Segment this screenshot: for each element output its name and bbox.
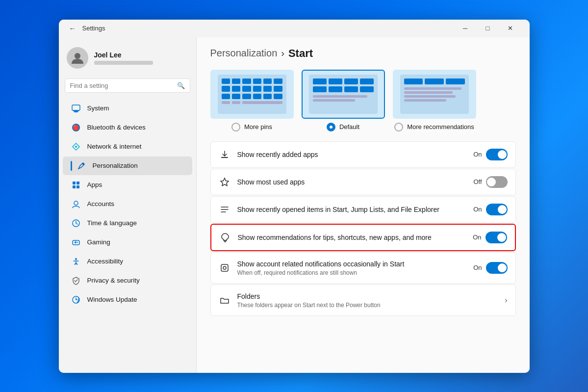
folders-icon: [219, 294, 230, 306]
layout-preview-more-recs: [393, 70, 476, 119]
svg-rect-3: [73, 110, 79, 111]
sidebar-item-network[interactable]: Network & internet: [63, 137, 192, 156]
minimize-button[interactable]: ─: [454, 21, 477, 36]
privacy-icon: [71, 275, 81, 286]
page-header: Personalization › Start: [210, 47, 516, 60]
sidebar-item-privacy[interactable]: Privacy & security: [63, 271, 192, 290]
sidebar-item-apps[interactable]: Apps: [63, 176, 192, 194]
sidebar-item-update[interactable]: Windows Update: [63, 290, 192, 309]
sidebar-item-label-network: Network & internet: [87, 143, 142, 150]
layout-radio-row-more-recs: More recommendations: [394, 123, 474, 131]
page-title: Start: [288, 47, 313, 60]
titlebar: ← Settings ─ □ ✕: [59, 20, 530, 37]
sidebar-item-label-accounts: Accounts: [87, 200, 115, 208]
setting-account-notifications[interactable]: Show account related notifications occas…: [210, 252, 516, 284]
sidebar-item-time[interactable]: Time & language: [63, 214, 192, 233]
account-notifications-text: Show account related notifications occas…: [237, 260, 467, 276]
svg-rect-0: [75, 53, 80, 59]
recommendations-toggle[interactable]: [486, 232, 507, 243]
recently-added-control: On: [473, 149, 507, 160]
gaming-icon: [71, 237, 81, 248]
layout-option-more-pins[interactable]: More pins: [210, 70, 294, 131]
update-icon: [71, 294, 81, 305]
layout-option-more-recs[interactable]: More recommendations: [393, 70, 476, 131]
sidebar-item-system[interactable]: System: [63, 99, 192, 118]
sidebar-item-accounts[interactable]: Accounts: [63, 195, 192, 213]
user-email: [94, 61, 153, 65]
svg-rect-2: [74, 111, 78, 112]
chevron-right-icon: ›: [505, 296, 507, 305]
recently-added-label: Show recently added apps: [237, 151, 318, 158]
most-used-text: Show most used apps: [237, 178, 467, 186]
recommendations-icon: [219, 232, 231, 243]
recent-items-icon: [219, 204, 230, 215]
recommendations-status: On: [473, 234, 481, 241]
svg-rect-9: [77, 182, 79, 184]
recent-items-control: On: [473, 204, 507, 215]
sidebar-item-label-privacy: Privacy & security: [87, 277, 140, 284]
window-controls: ─ □ ✕: [454, 21, 522, 36]
recently-added-text: Show recently added apps: [237, 150, 467, 159]
recently-added-toggle[interactable]: [486, 149, 508, 160]
svg-point-6: [75, 146, 77, 148]
toggle-thumb: [498, 150, 507, 159]
svg-rect-1: [72, 105, 80, 110]
avatar[interactable]: [67, 47, 88, 69]
setting-recent-items[interactable]: Show recently opened items in Start, Jum…: [210, 196, 516, 223]
svg-text:🔴: 🔴: [73, 124, 79, 131]
account-notifications-label: Show account related notifications occas…: [237, 260, 405, 268]
sidebar-item-label-personalization: Personalization: [93, 162, 138, 169]
svg-rect-19: [224, 240, 227, 241]
personalization-icon: [76, 160, 87, 171]
radio-more-pins[interactable]: [231, 123, 240, 131]
time-icon: [71, 218, 81, 229]
setting-recently-added[interactable]: Show recently added apps On: [210, 141, 516, 168]
sidebar-item-label-gaming: Gaming: [87, 238, 110, 246]
recent-items-text: Show recently opened items in Start, Jum…: [237, 205, 467, 214]
accessibility-icon: [71, 256, 81, 267]
most-used-toggle[interactable]: [486, 176, 508, 188]
maximize-button[interactable]: □: [477, 21, 499, 36]
main-content: Personalization › Start: [196, 37, 530, 373]
layout-radio-row-more-pins: More pins: [231, 123, 272, 131]
recent-items-toggle[interactable]: [486, 204, 508, 215]
svg-rect-18: [221, 157, 228, 158]
account-notifications-toggle[interactable]: [486, 262, 508, 274]
account-notifications-control: On: [473, 262, 507, 274]
setting-most-used[interactable]: Show most used apps Off: [210, 169, 516, 195]
setting-folders[interactable]: Folders These folders appear on Start ne…: [210, 285, 516, 316]
settings-list: Show recently added apps On: [210, 141, 516, 316]
back-button[interactable]: ←: [67, 23, 78, 34]
folders-sublabel: These folders appear on Start next to th…: [237, 302, 498, 309]
svg-point-15: [77, 242, 78, 243]
layout-preview-default: [302, 70, 385, 119]
search-box[interactable]: 🔍: [65, 78, 190, 93]
sidebar-item-label-accessibility: Accessibility: [87, 258, 124, 265]
svg-point-12: [74, 201, 78, 205]
most-used-control: Off: [473, 176, 507, 188]
label-more-recs: More recommendations: [407, 123, 474, 131]
svg-rect-10: [73, 185, 76, 188]
radio-more-recs[interactable]: [394, 123, 403, 131]
account-notifications-icon: [219, 262, 230, 274]
layout-option-default[interactable]: Default: [302, 70, 385, 131]
layout-preview-more-pins: [210, 70, 294, 119]
sidebar-item-accessibility[interactable]: Accessibility: [63, 252, 192, 271]
search-input[interactable]: [70, 82, 174, 89]
sidebar-item-gaming[interactable]: Gaming: [63, 233, 192, 252]
sidebar-item-bluetooth[interactable]: 🔴 Bluetooth & devices: [63, 118, 192, 137]
recent-items-status: On: [473, 206, 482, 213]
toggle-thumb: [487, 178, 496, 186]
folders-text: Folders These folders appear on Start ne…: [237, 292, 498, 309]
folders-control: ›: [505, 296, 507, 305]
user-info: Joel Lee: [94, 51, 153, 65]
toggle-thumb: [498, 263, 507, 272]
radio-default[interactable]: [327, 123, 335, 131]
recently-added-icon: [219, 149, 230, 160]
close-button[interactable]: ✕: [499, 21, 522, 36]
svg-point-16: [75, 258, 77, 260]
setting-recommendations[interactable]: Show recommendations for tips, shortcuts…: [210, 224, 516, 251]
sidebar-item-personalization[interactable]: Personalization: [63, 157, 192, 175]
sidebar-item-label-update: Windows Update: [87, 296, 137, 303]
svg-rect-11: [77, 185, 79, 188]
